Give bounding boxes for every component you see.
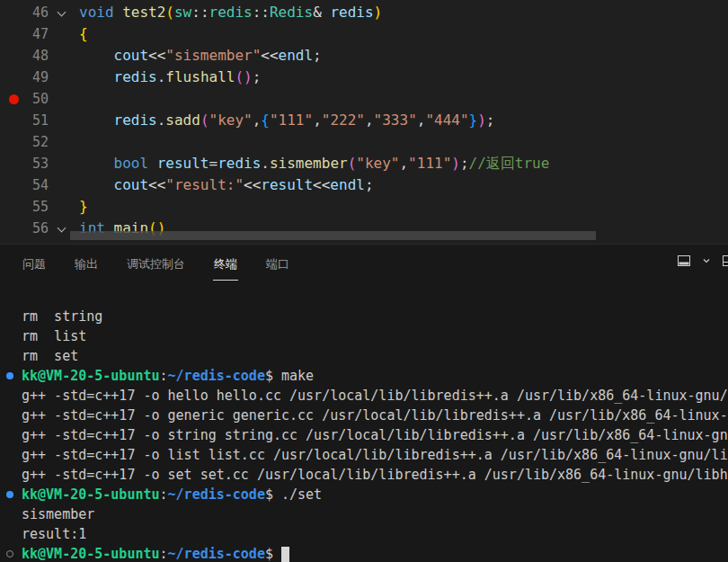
token: "333" [374,112,417,129]
fold-gutter[interactable] [49,67,79,88]
breakpoint-gutter[interactable] [0,218,27,239]
fold-gutter[interactable] [49,45,79,67]
tab-terminal[interactable]: 终端 [213,245,238,281]
fold-gutter[interactable] [49,23,79,45]
code-line[interactable]: 50 [0,88,728,110]
line-number[interactable]: 51 [27,110,49,131]
code-line[interactable]: 53 bool result=redis.sismember("key","11… [0,153,728,174]
token: << [244,176,261,193]
token: , [253,112,262,129]
code-text: cout<<"sismember"<<endl; [79,45,322,67]
line-number[interactable]: 54 [27,174,49,196]
editor-horizontal-scrollbar[interactable] [70,231,596,240]
breakpoint-dot [9,94,19,104]
token: endl [330,176,365,193]
editor-lines: 46void test2(sw::redis::Redis& redis)47{… [0,0,728,244]
terminal-output-line: sismember [22,504,728,524]
terminal-command-line: kk@VM-20-5-ubuntu:~/redis-code$ ./set [22,485,728,504]
token: << [148,176,165,193]
breakpoint-gutter[interactable] [0,23,27,45]
prompt-user: kk@VM-20-5-ubuntu [22,368,160,384]
chevron-down-icon[interactable] [58,224,67,233]
token [148,155,157,172]
terminal-output-line: g++ -std=c++17 -o hello hello.cc /usr/lo… [22,386,728,406]
line-number[interactable]: 47 [27,23,49,45]
command-decoration-icon[interactable] [6,550,13,558]
token: << [313,176,330,193]
output-text: g++ -std=c++17 -o set set.cc /usr/local/… [22,467,728,483]
output-text: result:1 [22,526,86,542]
breakpoint-gutter[interactable] [0,174,27,196]
token [114,4,123,21]
chevron-down-icon[interactable] [702,256,711,265]
fold-gutter[interactable] [49,88,79,110]
token [79,112,114,129]
code-line[interactable]: 55} [0,196,728,218]
breakpoint-icon[interactable] [0,88,27,110]
token: :: [191,4,209,21]
code-line[interactable]: 54 cout<<"result:"<<result<<endl; [0,174,728,196]
tab-problems[interactable]: 问题 [22,245,47,281]
terminal[interactable]: rm stringrm listrm setkk@VM-20-5-ubuntu:… [0,281,728,562]
panel-actions [677,254,728,268]
token: ; [486,112,495,129]
token [79,155,114,172]
command-text: ./set [281,486,322,503]
fold-gutter[interactable] [49,131,79,153]
fold-gutter[interactable] [49,153,79,174]
breakpoint-gutter[interactable] [0,110,27,131]
breakpoint-gutter[interactable] [0,196,27,218]
output-text: g++ -std=c++17 -o list list.cc /usr/loca… [22,447,728,463]
terminal-output-line: g++ -std=c++17 -o string string.cc /usr/… [22,425,728,445]
fold-gutter[interactable] [49,2,79,23]
line-number[interactable]: 46 [27,2,49,23]
panel-layout-icon[interactable] [677,254,691,268]
code-line[interactable]: 49 redis.flushall(); [0,67,728,88]
token: ; [460,155,469,172]
fold-gutter[interactable] [49,174,79,196]
code-line[interactable]: 48 cout<<"sismember"<<endl; [0,45,728,67]
token: cout [114,176,149,193]
line-number[interactable]: 56 [27,218,49,239]
prompt-separator: : [160,368,168,384]
code-editor[interactable]: 46void test2(sw::redis::Redis& redis)47{… [0,0,728,244]
tab-ports[interactable]: 端口 [265,245,290,281]
token: "sismember" [165,47,261,64]
command-decoration-icon[interactable] [6,491,13,498]
fold-gutter[interactable] [49,110,79,131]
token: redis [209,4,253,21]
breakpoint-gutter[interactable] [0,153,27,174]
line-number[interactable]: 49 [27,67,49,88]
token: "result:" [165,176,244,193]
tab-output[interactable]: 输出 [74,245,99,281]
line-number[interactable]: 50 [27,88,49,110]
code-line[interactable]: 46void test2(sw::redis::Redis& redis) [0,2,728,23]
secondary-panel-icon[interactable] [722,254,728,268]
code-line[interactable]: 51 redis.sadd("key",{"111","222","333","… [0,110,728,131]
token: ; [313,47,322,64]
command-decoration-icon[interactable] [6,372,13,379]
terminal-output-line: g++ -std=c++17 -o generic generic.cc /us… [22,406,728,425]
output-text: sismember [22,506,94,522]
code-text: { [79,23,88,45]
token: redis [218,155,261,172]
line-number[interactable]: 55 [27,196,49,218]
line-number[interactable]: 48 [27,45,49,67]
breakpoint-gutter[interactable] [0,45,27,67]
breakpoint-gutter[interactable] [0,2,27,23]
line-number[interactable]: 53 [27,153,49,174]
code-line[interactable]: 52 [0,131,728,153]
chevron-down-icon[interactable] [58,8,67,17]
token: ( [165,4,174,21]
token: } [79,198,88,215]
breakpoint-gutter[interactable] [0,67,27,88]
tab-debug-console[interactable]: 调试控制台 [126,245,186,281]
code-line[interactable]: 47{ [0,23,728,45]
breakpoint-gutter[interactable] [0,131,27,153]
output-text: g++ -std=c++17 -o generic generic.cc /us… [22,407,728,424]
token: "key" [209,112,253,129]
token: () [235,68,252,85]
line-number[interactable]: 52 [27,131,49,153]
token: result [261,176,313,193]
fold-gutter[interactable] [49,196,79,218]
